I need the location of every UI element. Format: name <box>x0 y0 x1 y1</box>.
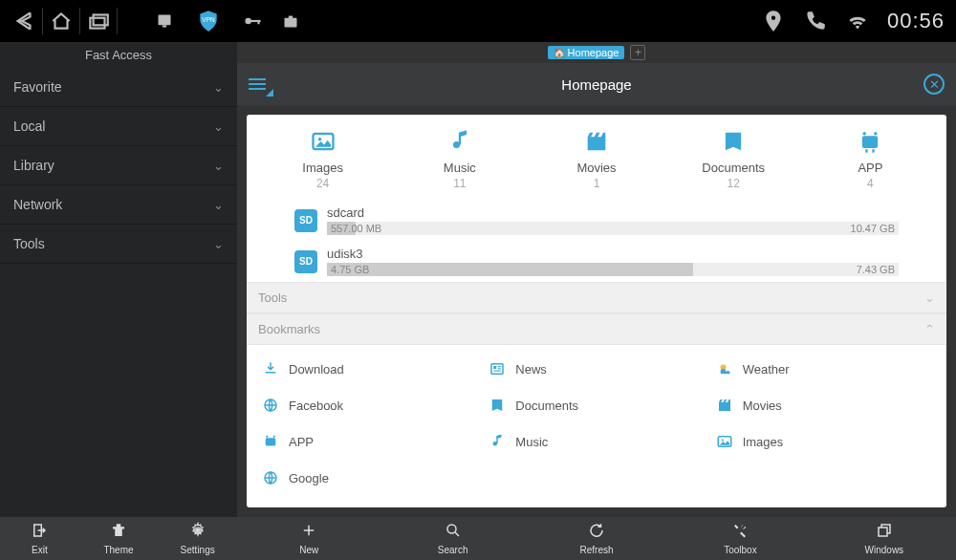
category-row: Images24Music11Movies1Documents12APP4 <box>247 115 946 200</box>
svg-point-12 <box>863 132 867 136</box>
category-movies[interactable]: Movies1 <box>528 128 664 190</box>
svg-point-25 <box>266 436 268 438</box>
sidebar-item-favorite[interactable]: Favorite⌄ <box>0 68 237 107</box>
weather-icon <box>716 360 733 377</box>
storage-sdcard[interactable]: SDsdcard557.00 MB10.47 GB <box>256 200 937 241</box>
category-label: Documents <box>665 161 802 175</box>
settings-icon <box>189 522 206 543</box>
sidebar-item-local[interactable]: Local⌄ <box>0 107 237 146</box>
vpn-shield-icon[interactable]: VPN <box>196 9 221 33</box>
sidebar-item-library[interactable]: Library⌄ <box>0 146 237 185</box>
category-app[interactable]: APP4 <box>802 128 939 190</box>
bookmark-label: Movies <box>743 398 782 413</box>
bookmark-music[interactable]: Music <box>483 423 709 460</box>
storage-udisk3[interactable]: SDudisk34.75 GB7.43 GB <box>256 241 937 282</box>
button-label: Settings <box>181 545 215 555</box>
resize-handle-icon[interactable] <box>266 89 273 97</box>
svg-rect-2 <box>159 15 171 26</box>
storage-name: sdcard <box>327 205 899 220</box>
bookmark-documents[interactable]: Documents <box>483 387 709 423</box>
category-images[interactable]: Images24 <box>254 128 391 190</box>
bookmark-label: Music <box>515 435 548 449</box>
storage-name: udisk3 <box>327 247 899 261</box>
location-icon[interactable] <box>761 9 786 33</box>
svg-rect-34 <box>879 528 887 536</box>
sidebar-item-label: Library <box>13 158 54 173</box>
section-bookmarks[interactable]: Bookmarks⌃ <box>247 313 946 345</box>
svg-point-11 <box>317 138 321 141</box>
category-documents[interactable]: Documents12 <box>665 128 802 190</box>
storage-bar: 4.75 GB7.43 GB <box>327 263 899 276</box>
svg-rect-27 <box>266 438 276 445</box>
notification-icon[interactable] <box>152 9 177 33</box>
category-label: APP <box>802 161 939 175</box>
svg-rect-21 <box>498 368 501 369</box>
content-area: 🏠Homepage + Homepage ✕ Images24Music11Mo… <box>237 42 956 517</box>
bookmark-images[interactable]: Images <box>710 423 937 460</box>
download-icon <box>262 360 279 377</box>
storage-list: SDsdcard557.00 MB10.47 GBSDudisk34.75 GB… <box>247 200 946 282</box>
bottom-windows-button[interactable]: Windows <box>813 517 956 560</box>
bottom-theme-button[interactable]: Theme <box>79 517 159 560</box>
bookmark-weather[interactable]: Weather <box>710 351 937 387</box>
tab-homepage[interactable]: 🏠Homepage <box>548 46 625 59</box>
storage-used: 557.00 MB <box>327 223 381 234</box>
briefcase-icon <box>278 9 303 33</box>
movies-icon <box>716 397 733 414</box>
separator <box>42 8 43 34</box>
phone-icon[interactable] <box>803 9 828 33</box>
sidebar-item-tools[interactable]: Tools⌄ <box>0 225 237 264</box>
chevron-down-icon: ⌄ <box>213 198 224 212</box>
bookmark-news[interactable]: News <box>483 351 709 387</box>
back-button[interactable] <box>11 9 36 33</box>
content-header: Homepage ✕ <box>237 63 956 105</box>
bookmark-app[interactable]: APP <box>256 423 483 460</box>
sidebar-title: Fast Access <box>0 42 237 68</box>
separator <box>117 8 118 34</box>
svg-point-26 <box>273 436 275 438</box>
documents-icon <box>720 128 747 155</box>
section-tools[interactable]: Tools⌄ <box>247 282 946 313</box>
home-icon: 🏠 <box>554 48 565 58</box>
svg-point-32 <box>195 528 200 533</box>
svg-rect-14 <box>862 136 878 148</box>
bottom-settings-button[interactable]: Settings <box>158 517 237 560</box>
sidebar-item-network[interactable]: Network⌄ <box>0 185 237 225</box>
menu-button[interactable] <box>249 75 266 93</box>
sidebar-item-label: Tools <box>13 236 45 251</box>
storage-bar: 557.00 MB10.47 GB <box>327 222 899 235</box>
globe-icon <box>262 397 279 414</box>
svg-rect-8 <box>285 18 297 28</box>
new-tab-button[interactable]: + <box>630 45 645 60</box>
svg-rect-3 <box>163 25 166 27</box>
svg-rect-7 <box>257 20 259 24</box>
bottom-toolbox-button[interactable]: Toolbox <box>668 517 812 560</box>
new-icon <box>300 522 317 543</box>
category-count: 24 <box>254 177 391 190</box>
home-button[interactable] <box>49 9 74 33</box>
bottom-refresh-button[interactable]: Refresh <box>525 517 668 560</box>
category-label: Music <box>391 161 528 175</box>
button-label: Toolbox <box>724 545 756 555</box>
category-count: 4 <box>802 177 939 190</box>
bookmark-facebook[interactable]: Facebook <box>256 387 483 423</box>
bookmark-google[interactable]: Google <box>256 460 483 496</box>
svg-rect-20 <box>498 366 501 367</box>
movies-icon <box>583 128 610 155</box>
wifi-icon[interactable] <box>845 9 870 33</box>
bookmark-label: Google <box>289 471 329 485</box>
chevron-down-icon: ⌄ <box>213 159 224 173</box>
bottom-exit-button[interactable]: Exit <box>0 517 79 560</box>
svg-rect-16 <box>873 149 875 153</box>
bookmark-movies[interactable]: Movies <box>710 387 937 423</box>
sd-icon: SD <box>294 209 317 232</box>
bottom-new-button[interactable]: New <box>237 517 380 560</box>
separator <box>79 8 80 34</box>
button-label: Theme <box>103 545 133 555</box>
bookmark-download[interactable]: Download <box>256 351 483 387</box>
recent-apps-button[interactable] <box>86 9 111 33</box>
bottom-search-button[interactable]: Search <box>380 517 524 560</box>
close-button[interactable]: ✕ <box>923 74 945 95</box>
category-music[interactable]: Music11 <box>391 128 528 190</box>
sidebar: Fast Access Favorite⌄Local⌄Library⌄Netwo… <box>0 42 237 517</box>
